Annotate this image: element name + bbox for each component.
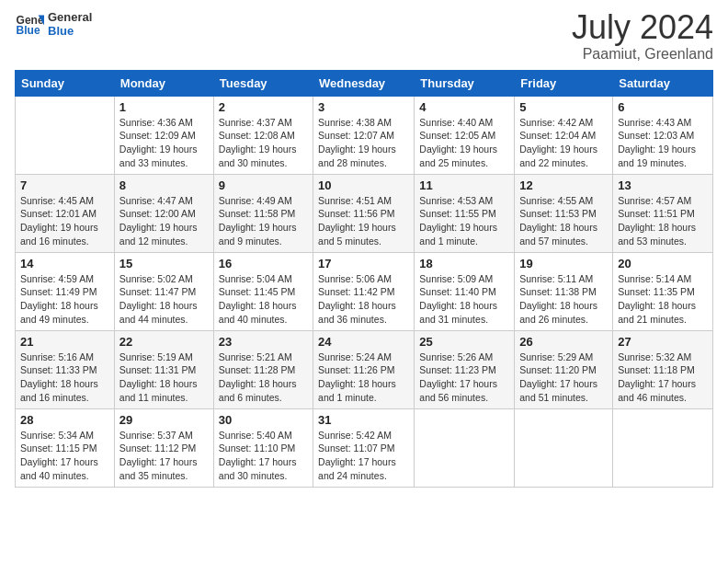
day-number: 26 — [519, 335, 608, 349]
day-info: Sunrise: 5:37 AMSunset: 11:12 PMDaylight… — [119, 429, 209, 483]
calendar-day-cell: 12Sunrise: 4:55 AMSunset: 11:53 PMDaylig… — [515, 174, 613, 252]
calendar-day-cell: 20Sunrise: 5:14 AMSunset: 11:35 PMDaylig… — [613, 252, 713, 330]
day-number: 1 — [119, 100, 209, 114]
day-info: Sunrise: 5:19 AMSunset: 11:31 PMDaylight… — [119, 350, 209, 405]
day-number: 27 — [618, 335, 708, 349]
day-info: Sunrise: 5:26 AMSunset: 11:23 PMDaylight… — [419, 350, 509, 405]
day-number: 6 — [618, 100, 708, 114]
day-number: 20 — [618, 257, 708, 270]
calendar-day-cell — [16, 96, 115, 174]
day-of-week-header: Thursday — [415, 70, 515, 96]
calendar-week-row: 21Sunrise: 5:16 AMSunset: 11:33 PMDaylig… — [16, 330, 713, 408]
calendar-day-cell: 26Sunrise: 5:29 AMSunset: 11:20 PMDaylig… — [515, 330, 613, 408]
day-info: Sunrise: 4:51 AMSunset: 11:56 PMDaylight… — [318, 194, 409, 248]
day-number: 14 — [20, 257, 109, 270]
calendar-day-cell: 14Sunrise: 4:59 AMSunset: 11:49 PMDaylig… — [16, 252, 115, 330]
day-number: 19 — [519, 257, 608, 270]
calendar-day-cell: 27Sunrise: 5:32 AMSunset: 11:18 PMDaylig… — [613, 330, 713, 408]
calendar-day-cell: 10Sunrise: 4:51 AMSunset: 11:56 PMDaylig… — [313, 174, 415, 252]
day-number: 18 — [419, 257, 509, 270]
day-info: Sunrise: 5:32 AMSunset: 11:18 PMDaylight… — [618, 350, 708, 405]
day-number: 4 — [419, 100, 509, 114]
day-number: 16 — [219, 257, 308, 270]
day-info: Sunrise: 4:47 AMSunset: 12:00 AMDaylight… — [119, 194, 209, 248]
day-number: 3 — [318, 100, 409, 114]
day-number: 23 — [219, 335, 308, 349]
calendar-day-cell: 15Sunrise: 5:02 AMSunset: 11:47 PMDaylig… — [114, 252, 213, 330]
day-number: 10 — [318, 178, 409, 192]
day-number: 9 — [219, 178, 308, 192]
day-info: Sunrise: 5:29 AMSunset: 11:20 PMDaylight… — [519, 350, 608, 405]
days-of-week-row: SundayMondayTuesdayWednesdayThursdayFrid… — [16, 70, 713, 96]
day-info: Sunrise: 5:11 AMSunset: 11:38 PMDaylight… — [519, 272, 608, 327]
day-info: Sunrise: 5:21 AMSunset: 11:28 PMDaylight… — [219, 350, 308, 405]
day-number: 13 — [618, 178, 708, 192]
day-info: Sunrise: 4:55 AMSunset: 11:53 PMDaylight… — [519, 194, 608, 248]
calendar-day-cell: 25Sunrise: 5:26 AMSunset: 11:23 PMDaylig… — [415, 330, 515, 408]
day-info: Sunrise: 5:40 AMSunset: 11:10 PMDaylight… — [219, 429, 308, 483]
day-number: 11 — [419, 178, 509, 192]
day-info: Sunrise: 4:40 AMSunset: 12:05 AMDaylight… — [419, 116, 509, 170]
day-info: Sunrise: 5:06 AMSunset: 11:42 PMDaylight… — [318, 272, 409, 327]
calendar-day-cell: 5Sunrise: 4:42 AMSunset: 12:04 AMDayligh… — [515, 96, 613, 174]
day-number: 24 — [318, 335, 409, 349]
calendar-day-cell: 22Sunrise: 5:19 AMSunset: 11:31 PMDaylig… — [114, 330, 213, 408]
calendar-header: SundayMondayTuesdayWednesdayThursdayFrid… — [16, 70, 713, 96]
day-of-week-header: Saturday — [613, 70, 713, 96]
calendar-table: SundayMondayTuesdayWednesdayThursdayFrid… — [15, 70, 713, 488]
day-number: 15 — [119, 257, 209, 270]
calendar-week-row: 14Sunrise: 4:59 AMSunset: 11:49 PMDaylig… — [16, 252, 713, 330]
day-number: 31 — [318, 413, 409, 427]
title-block: July 2024 Paamiut, Greenland — [572, 9, 713, 63]
day-of-week-header: Monday — [114, 70, 213, 96]
calendar-day-cell: 4Sunrise: 4:40 AMSunset: 12:05 AMDayligh… — [415, 96, 515, 174]
day-number: 25 — [419, 335, 509, 349]
svg-text:Blue: Blue — [17, 24, 40, 37]
calendar-day-cell: 28Sunrise: 5:34 AMSunset: 11:15 PMDaylig… — [16, 408, 115, 487]
day-of-week-header: Tuesday — [213, 70, 313, 96]
calendar-day-cell: 30Sunrise: 5:40 AMSunset: 11:10 PMDaylig… — [213, 408, 313, 487]
calendar-day-cell: 16Sunrise: 5:04 AMSunset: 11:45 PMDaylig… — [213, 252, 313, 330]
calendar-day-cell — [415, 408, 515, 487]
day-number: 17 — [318, 257, 409, 270]
logo-general-text: General — [48, 10, 92, 24]
calendar-day-cell: 9Sunrise: 4:49 AMSunset: 11:58 PMDayligh… — [213, 174, 313, 252]
day-number: 7 — [20, 178, 109, 192]
calendar-day-cell: 21Sunrise: 5:16 AMSunset: 11:33 PMDaylig… — [16, 330, 115, 408]
calendar-day-cell: 24Sunrise: 5:24 AMSunset: 11:26 PMDaylig… — [313, 330, 415, 408]
page-header: General Blue General Blue July 2024 Paam… — [15, 9, 713, 63]
calendar-day-cell — [515, 408, 613, 487]
calendar-day-cell: 18Sunrise: 5:09 AMSunset: 11:40 PMDaylig… — [415, 252, 515, 330]
logo-icon: General Blue — [15, 9, 44, 39]
day-info: Sunrise: 4:43 AMSunset: 12:03 AMDaylight… — [618, 116, 708, 170]
day-number: 21 — [20, 335, 109, 349]
day-info: Sunrise: 4:57 AMSunset: 11:51 PMDaylight… — [618, 194, 708, 248]
month-title: July 2024 — [572, 9, 713, 46]
calendar-day-cell: 23Sunrise: 5:21 AMSunset: 11:28 PMDaylig… — [213, 330, 313, 408]
day-info: Sunrise: 5:14 AMSunset: 11:35 PMDaylight… — [618, 272, 708, 327]
calendar-day-cell: 3Sunrise: 4:38 AMSunset: 12:07 AMDayligh… — [313, 96, 415, 174]
day-info: Sunrise: 4:38 AMSunset: 12:07 AMDaylight… — [318, 116, 409, 170]
day-info: Sunrise: 5:16 AMSunset: 11:33 PMDaylight… — [20, 350, 109, 405]
day-info: Sunrise: 4:37 AMSunset: 12:08 AMDaylight… — [219, 116, 308, 170]
calendar-day-cell: 1Sunrise: 4:36 AMSunset: 12:09 AMDayligh… — [114, 96, 213, 174]
calendar-week-row: 1Sunrise: 4:36 AMSunset: 12:09 AMDayligh… — [16, 96, 713, 174]
day-info: Sunrise: 4:42 AMSunset: 12:04 AMDaylight… — [519, 116, 608, 170]
calendar-day-cell: 11Sunrise: 4:53 AMSunset: 11:55 PMDaylig… — [415, 174, 515, 252]
day-number: 2 — [219, 100, 308, 114]
day-info: Sunrise: 5:24 AMSunset: 11:26 PMDaylight… — [318, 350, 409, 405]
day-number: 5 — [519, 100, 608, 114]
day-number: 29 — [119, 413, 209, 427]
calendar-body: 1Sunrise: 4:36 AMSunset: 12:09 AMDayligh… — [16, 96, 713, 487]
day-info: Sunrise: 5:04 AMSunset: 11:45 PMDaylight… — [219, 272, 308, 327]
calendar-day-cell: 2Sunrise: 4:37 AMSunset: 12:08 AMDayligh… — [213, 96, 313, 174]
calendar-day-cell: 8Sunrise: 4:47 AMSunset: 12:00 AMDayligh… — [114, 174, 213, 252]
calendar-day-cell: 13Sunrise: 4:57 AMSunset: 11:51 PMDaylig… — [613, 174, 713, 252]
logo: General Blue General Blue — [15, 9, 92, 39]
day-of-week-header: Wednesday — [313, 70, 415, 96]
day-info: Sunrise: 4:53 AMSunset: 11:55 PMDaylight… — [419, 194, 509, 248]
day-number: 8 — [119, 178, 209, 192]
day-number: 28 — [20, 413, 109, 427]
calendar-day-cell: 6Sunrise: 4:43 AMSunset: 12:03 AMDayligh… — [613, 96, 713, 174]
day-number: 30 — [219, 413, 308, 427]
